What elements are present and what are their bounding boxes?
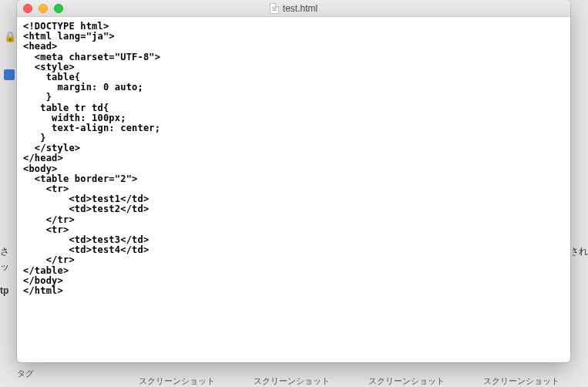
background-text-right: され: [573, 245, 588, 258]
background-text-left-1: さ: [0, 245, 15, 258]
code-editor[interactable]: <!DOCTYPE html> <html lang="ja"> <head> …: [17, 17, 570, 362]
thumbnail-label: スクリーンショット: [368, 375, 445, 387]
background-thumbnails: スクリーンショット スクリーンショット スクリーンショット スクリーンショット: [139, 375, 559, 387]
window-title: test.html: [283, 3, 318, 14]
thumbnail-label: スクリーンショット: [139, 375, 215, 387]
background-tag-label: タグ: [17, 368, 34, 379]
thumbnail-label: スクリーンショット: [483, 375, 559, 387]
window-title-wrap: test.html: [17, 3, 570, 14]
traffic-lights: [17, 4, 63, 13]
close-button[interactable]: [23, 4, 32, 13]
editor-window: test.html <!DOCTYPE html> <html lang="ja…: [17, 0, 570, 362]
background-text-left-2: ッ: [0, 261, 15, 274]
file-icon: [270, 3, 279, 14]
lock-icon: 🔒: [4, 31, 16, 42]
app-icon: [4, 69, 15, 80]
background-tp-label: tp: [0, 285, 8, 296]
zoom-button[interactable]: [54, 4, 63, 13]
thumbnail-label: スクリーンショット: [254, 375, 330, 387]
titlebar[interactable]: test.html: [17, 0, 570, 17]
minimize-button[interactable]: [39, 4, 48, 13]
